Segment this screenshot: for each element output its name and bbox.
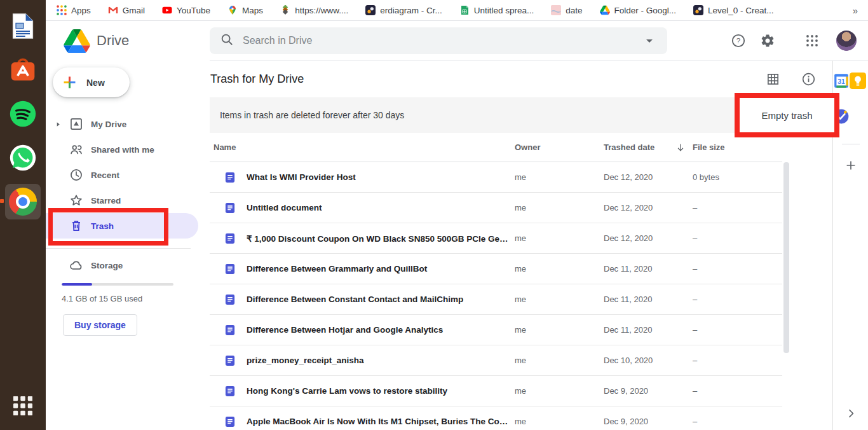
bookmark-spreadsheet[interactable]: Untitled sprea... <box>459 5 534 15</box>
table-row[interactable]: Difference Between Constant Contact and … <box>210 284 782 315</box>
sidebar-item-label: Trash <box>91 221 114 231</box>
file-name: What Is WMI Provider Host <box>247 172 362 182</box>
empty-trash-button[interactable]: Empty trash <box>761 110 812 121</box>
table-row[interactable]: Untitled documentmeDec 12, 2020– <box>210 193 782 223</box>
storage-progress-bar <box>62 283 173 286</box>
file-owner: me <box>515 203 604 212</box>
bookmark-maps[interactable]: Maps <box>227 5 263 15</box>
search-icon[interactable] <box>220 32 234 49</box>
file-size: – <box>693 356 782 365</box>
table-row[interactable]: What Is WMI Provider HostmeDec 12, 20200… <box>210 162 782 193</box>
dock-item-spotify[interactable] <box>5 96 41 132</box>
sort-descending-arrow-icon[interactable] <box>675 142 686 153</box>
file-name: Apple MacBook Air Is Now With Its M1 Chi… <box>247 417 515 426</box>
dock-item-whatsapp[interactable] <box>5 140 41 176</box>
table-row[interactable]: Difference Between Grammarly and QuillBo… <box>210 254 782 284</box>
google-doc-file-icon <box>224 415 236 428</box>
show-applications-icon <box>13 396 32 418</box>
google-apps-grid-icon[interactable] <box>804 33 820 48</box>
bookmark-youtube[interactable]: YouTube <box>162 5 210 15</box>
column-header-file-size[interactable]: File size <box>693 142 782 152</box>
get-addons-plus-icon[interactable] <box>844 158 858 172</box>
account-avatar[interactable] <box>836 31 857 51</box>
file-size: – <box>693 264 782 274</box>
recent-icon <box>69 168 83 182</box>
search-bar[interactable] <box>210 27 667 54</box>
bookmark-level0[interactable]: Level_0 - Creat... <box>693 5 774 15</box>
bookmark-gmail[interactable]: Gmail <box>108 5 145 15</box>
sidebar-item-recent[interactable]: Recent <box>46 162 210 188</box>
bookmark-label: Gmail <box>123 6 145 15</box>
creately-icon <box>365 5 376 15</box>
google-doc-file-icon <box>224 263 236 275</box>
new-button-label: New <box>86 78 105 88</box>
table-row[interactable]: ₹ 1,000 Discount Coupon On WD Black SN85… <box>210 223 782 254</box>
table-row[interactable]: Apple MacBook Air Is Now With Its M1 Chi… <box>210 406 782 430</box>
bookmark-erdiagram[interactable]: erdiagram - Cr... <box>365 5 442 15</box>
table-row[interactable]: Hong Kong's Carrie Lam vows to restore s… <box>210 376 782 406</box>
file-size: – <box>693 417 782 426</box>
google-doc-file-icon <box>224 293 236 306</box>
file-size: – <box>693 295 782 304</box>
bookmark-date[interactable]: date <box>551 5 582 15</box>
bookmark-folder[interactable]: Folder - Googl... <box>600 5 677 15</box>
drive-logo-icon <box>600 5 610 15</box>
page-title: Trash for My Drive <box>210 73 304 86</box>
search-input[interactable] <box>243 35 633 46</box>
show-applications-button[interactable] <box>8 392 38 422</box>
sidebar-item-starred[interactable]: Starred <box>46 188 210 213</box>
table-row[interactable]: prize_money_receipt_anishameDec 10, 2020… <box>210 345 782 376</box>
dock-item-ubuntu-software[interactable] <box>5 52 41 88</box>
drive-logo-icon[interactable] <box>64 29 90 53</box>
help-icon[interactable]: ? <box>731 33 746 48</box>
file-owner: me <box>515 325 604 335</box>
file-name: Hong Kong's Carrie Lam vows to restore s… <box>247 386 454 396</box>
svg-text:?: ? <box>736 37 740 45</box>
settings-gear-icon[interactable] <box>760 33 775 48</box>
ubuntu-dock <box>0 0 46 430</box>
hide-side-panel-chevron-icon[interactable] <box>844 407 857 420</box>
sidebar-item-my-drive[interactable]: My Drive <box>46 111 210 137</box>
sidebar-item-trash[interactable]: Trash <box>46 213 198 239</box>
sidebar-item-storage[interactable]: Storage <box>46 253 210 278</box>
svg-text:31: 31 <box>837 78 845 85</box>
trash-banner: Items in trash are deleted forever after… <box>210 97 832 133</box>
file-owner: me <box>515 264 604 274</box>
google-calendar-icon[interactable]: 31 <box>833 73 850 89</box>
bookmark-label: erdiagram - Cr... <box>380 6 442 15</box>
youtube-icon <box>162 5 172 15</box>
bookmark-apps[interactable]: Apps <box>57 5 91 15</box>
expand-arrow-icon[interactable] <box>55 121 69 128</box>
new-button[interactable]: New <box>53 67 130 97</box>
google-doc-file-icon <box>224 324 236 336</box>
dock-item-libreoffice-writer[interactable] <box>5 8 41 44</box>
table-row[interactable]: Difference Between Hotjar and Google Ana… <box>210 315 782 345</box>
buy-storage-button[interactable]: Buy storage <box>63 314 137 336</box>
bookmark-label: YouTube <box>177 6 210 15</box>
apps-favicon-icon <box>57 5 67 15</box>
bookmarks-overflow-chevron[interactable]: » <box>853 5 858 16</box>
google-keep-icon[interactable] <box>850 73 866 89</box>
column-header-name[interactable]: Name <box>210 142 515 152</box>
bookmark-label: https://www.... <box>295 6 348 15</box>
sidebar-item-label: Starred <box>91 196 121 205</box>
file-trashed-date: Dec 11, 2020 <box>604 264 693 274</box>
bookmark-site[interactable]: https://www.... <box>280 5 348 15</box>
creately-icon <box>693 5 703 15</box>
header-actions: ? <box>731 21 868 60</box>
search-options-caret-icon[interactable] <box>642 33 657 48</box>
table-scrollbar[interactable] <box>783 162 789 353</box>
sidebar-item-shared-with-me[interactable]: Shared with me <box>46 137 210 162</box>
column-header-owner[interactable]: Owner <box>515 142 604 152</box>
file-size: – <box>693 233 782 243</box>
storage-label: Storage <box>91 261 123 270</box>
info-icon[interactable] <box>801 72 817 87</box>
grid-view-icon[interactable] <box>766 72 781 87</box>
file-owner: me <box>515 356 604 365</box>
bookmark-label: Maps <box>242 6 263 15</box>
dock-item-chrome[interactable] <box>5 184 41 219</box>
file-owner: me <box>515 233 604 243</box>
google-tasks-icon[interactable] <box>833 108 850 125</box>
libreoffice-writer-icon <box>9 12 37 40</box>
column-header-trashed-date[interactable]: Trashed date <box>604 142 693 153</box>
